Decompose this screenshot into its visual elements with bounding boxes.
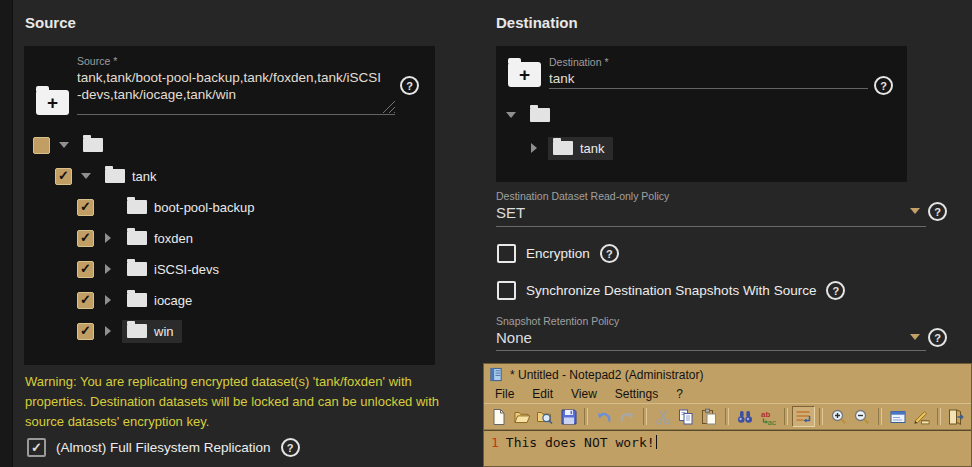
tree-row: foxden	[77, 223, 201, 253]
notepad2-titlebar[interactable]: * Untitled - Notepad2 (Administrator)	[484, 364, 971, 385]
retention-policy-underline	[496, 350, 926, 351]
expander-placeholder	[102, 201, 114, 213]
notepad2-icon	[489, 367, 504, 382]
encryption-row: Encryption	[497, 244, 619, 263]
readonly-policy-help-icon[interactable]	[928, 202, 947, 221]
chevron-down-icon[interactable]	[505, 109, 517, 121]
scheme-config-icon[interactable]	[886, 406, 909, 427]
folder-icon	[127, 293, 147, 307]
notepad2-toolbar: abac	[484, 403, 971, 430]
tree-label[interactable]: boot-pool-backup	[154, 200, 254, 215]
folder-icon	[553, 141, 573, 155]
chevron-right-icon[interactable]	[102, 325, 114, 337]
source-input[interactable]: tank,tank/boot-pool-backup,tank/foxden,t…	[77, 69, 383, 103]
encryption-help-icon[interactable]	[600, 244, 619, 263]
chevron-down-icon[interactable]	[80, 170, 92, 182]
retention-policy-label: Snapshot Retention Policy	[496, 315, 619, 327]
source-field-label: Source *	[77, 55, 117, 67]
tree-row: win	[77, 316, 182, 346]
dataset-checkbox-indeterminate[interactable]	[33, 137, 50, 154]
dataset-checkbox[interactable]	[77, 199, 94, 216]
tree-row: boot-pool-backup	[77, 192, 262, 222]
copy-icon[interactable]	[674, 406, 697, 427]
tree-label[interactable]: tank	[132, 169, 157, 184]
source-help-icon[interactable]	[400, 76, 419, 95]
retention-policy-select[interactable]: None	[496, 329, 532, 346]
destination-section-title: Destination	[496, 14, 578, 31]
full-filesystem-replication-row: (Almost) Full Filesystem Replication	[27, 438, 300, 457]
cut-icon[interactable]	[651, 406, 674, 427]
tree-label[interactable]: iSCSI-devs	[154, 262, 219, 277]
folder-icon	[83, 138, 103, 152]
undo-icon[interactable]	[592, 406, 615, 427]
menu-help[interactable]: ?	[667, 387, 692, 401]
chevron-right-icon[interactable]	[102, 294, 114, 306]
chevron-down-icon[interactable]	[58, 139, 70, 151]
source-input-underline	[77, 114, 395, 115]
caret-down-icon[interactable]	[910, 208, 920, 214]
toolbar-separator	[878, 408, 882, 425]
replace-icon[interactable]: abac	[756, 406, 779, 427]
tree-label[interactable]: foxden	[154, 231, 193, 246]
chevron-right-icon[interactable]	[102, 232, 114, 244]
retention-policy-help-icon[interactable]	[928, 328, 947, 347]
dataset-checkbox[interactable]	[55, 168, 72, 185]
destination-input[interactable]: tank	[549, 70, 859, 87]
tree-label[interactable]: win	[154, 324, 174, 339]
synchronize-row: Synchronize Destination Snapshots With S…	[497, 281, 845, 300]
zoom-in-icon[interactable]	[827, 406, 850, 427]
folder-icon	[127, 231, 147, 245]
left-edge-strip	[0, 0, 13, 467]
tree-row	[505, 100, 565, 130]
open-file-icon[interactable]	[510, 406, 533, 427]
destination-help-icon[interactable]	[874, 76, 893, 95]
toolbar-separator	[584, 408, 588, 425]
toolbar-separator	[819, 408, 823, 425]
toolbar-separator	[725, 408, 729, 425]
toolbar-separator	[643, 408, 647, 425]
full-filesystem-replication-checkbox[interactable]	[27, 438, 46, 457]
chevron-right-icon[interactable]	[528, 142, 540, 154]
text-caret	[656, 435, 658, 449]
menu-settings[interactable]: Settings	[606, 387, 667, 401]
readonly-policy-underline	[496, 226, 926, 227]
add-source-dataset-button[interactable]	[36, 90, 69, 115]
notepad2-menubar: File Edit View Settings ?	[484, 385, 971, 403]
notepad2-window: * Untitled - Notepad2 (Administrator) Fi…	[483, 363, 972, 467]
menu-edit[interactable]: Edit	[523, 387, 562, 401]
dataset-checkbox[interactable]	[77, 261, 94, 278]
dataset-checkbox[interactable]	[77, 292, 94, 309]
browse-file-icon[interactable]	[534, 406, 557, 427]
line-number: 1	[491, 435, 499, 450]
tree-label[interactable]: iocage	[154, 293, 192, 308]
exit-icon[interactable]	[945, 406, 968, 427]
full-filesystem-replication-help-icon[interactable]	[281, 438, 300, 457]
save-file-icon[interactable]	[557, 406, 580, 427]
zoom-out-icon[interactable]	[851, 406, 874, 427]
encryption-checkbox[interactable]	[497, 244, 516, 263]
menu-view[interactable]: View	[562, 387, 606, 401]
add-destination-dataset-button[interactable]	[508, 62, 541, 87]
chevron-right-icon[interactable]	[102, 263, 114, 275]
svg-text:ac: ac	[768, 418, 776, 426]
synchronize-checkbox[interactable]	[497, 281, 516, 300]
toolbar-separator	[937, 408, 941, 425]
new-file-icon[interactable]	[487, 406, 510, 427]
word-wrap-icon[interactable]	[792, 406, 815, 427]
readonly-policy-select[interactable]: SET	[496, 204, 525, 221]
folder-icon	[127, 262, 147, 276]
synchronize-help-icon[interactable]	[826, 281, 845, 300]
redo-icon[interactable]	[616, 406, 639, 427]
menu-file[interactable]: File	[486, 387, 523, 401]
find-icon[interactable]	[733, 406, 756, 427]
destination-input-underline	[549, 88, 868, 89]
notepad2-editor[interactable]: 1This does NOT work!	[484, 430, 971, 466]
tree-row	[33, 130, 118, 160]
customize-schemes-icon[interactable]	[909, 406, 932, 427]
paste-icon[interactable]	[698, 406, 721, 427]
tree-label[interactable]: tank	[580, 141, 605, 156]
caret-down-icon[interactable]	[910, 334, 920, 340]
dataset-checkbox[interactable]	[77, 323, 94, 340]
dataset-checkbox[interactable]	[77, 230, 94, 247]
tree-row: tank	[55, 161, 165, 191]
